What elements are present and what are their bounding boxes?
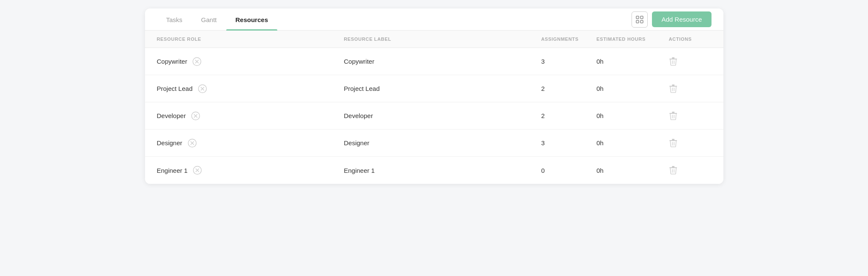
resource-label-cell: Engineer 1	[344, 167, 541, 174]
table-row: Copywriter Copywriter 3 0h	[145, 48, 723, 75]
tab-list: Tasks Gantt Resources	[157, 8, 278, 30]
svg-rect-3	[640, 20, 643, 23]
table-header: RESOURCE ROLE RESOURCE LABEL ASSIGNMENTS…	[145, 31, 723, 48]
svg-rect-22	[672, 112, 674, 113]
remove-role-icon[interactable]	[191, 111, 200, 121]
assignments-cell: 2	[541, 112, 597, 119]
resource-label-cell: Designer	[344, 139, 541, 146]
table-row: Designer Designer 3 0h	[145, 130, 723, 157]
estimated-hours-cell: 0h	[597, 112, 669, 119]
svg-rect-15	[672, 84, 674, 86]
grid-icon	[636, 16, 643, 23]
svg-rect-0	[636, 16, 639, 19]
tab-resources[interactable]: Resources	[226, 8, 278, 30]
remove-role-icon[interactable]	[192, 57, 202, 66]
resource-role-cell: Designer	[157, 138, 344, 148]
grid-view-button[interactable]	[632, 11, 648, 28]
col-header-resource-role: RESOURCE ROLE	[157, 37, 344, 42]
col-header-resource-label: RESOURCE LABEL	[344, 37, 541, 42]
tab-bar-actions: Add Resource	[632, 11, 711, 28]
estimated-hours-cell: 0h	[597, 58, 669, 65]
resource-role-cell: Copywriter	[157, 57, 344, 66]
col-header-estimated-hours: ESTIMATED HOURS	[597, 37, 669, 42]
remove-role-icon[interactable]	[198, 84, 207, 93]
col-header-actions: ACTIONS	[669, 37, 711, 42]
estimated-hours-cell: 0h	[597, 85, 669, 92]
role-name: Engineer 1	[157, 167, 188, 174]
assignments-cell: 0	[541, 167, 597, 174]
estimated-hours-cell: 0h	[597, 139, 669, 146]
resource-label-cell: Project Lead	[344, 85, 541, 92]
role-name: Project Lead	[157, 85, 193, 92]
svg-rect-21	[669, 113, 677, 114]
role-name: Developer	[157, 112, 186, 119]
remove-role-icon[interactable]	[188, 138, 197, 148]
svg-rect-28	[669, 140, 677, 141]
estimated-hours-cell: 0h	[597, 167, 669, 174]
resource-label-cell: Copywriter	[344, 58, 541, 65]
svg-rect-7	[669, 59, 677, 59]
actions-cell	[669, 138, 711, 148]
tab-bar: Tasks Gantt Resources Add Resource	[145, 8, 723, 31]
actions-cell	[669, 111, 711, 121]
delete-row-icon[interactable]	[669, 111, 677, 121]
delete-row-icon[interactable]	[669, 166, 677, 175]
svg-rect-2	[636, 20, 639, 23]
main-container: Tasks Gantt Resources Add Resource RESOU…	[145, 8, 723, 184]
table-row: Engineer 1 Engineer 1 0 0h	[145, 157, 723, 184]
svg-rect-29	[672, 139, 674, 140]
assignments-cell: 2	[541, 85, 597, 92]
table-row: Project Lead Project Lead 2 0h	[145, 75, 723, 102]
add-resource-button[interactable]: Add Resource	[652, 11, 711, 27]
remove-role-icon[interactable]	[193, 166, 202, 175]
actions-cell	[669, 84, 711, 93]
actions-cell	[669, 166, 711, 175]
svg-rect-35	[669, 167, 677, 168]
svg-rect-8	[672, 57, 674, 59]
col-header-assignments: ASSIGNMENTS	[541, 37, 597, 42]
tab-tasks[interactable]: Tasks	[157, 8, 192, 30]
actions-cell	[669, 57, 711, 66]
delete-row-icon[interactable]	[669, 138, 677, 148]
resource-role-cell: Developer	[157, 111, 344, 121]
resource-label-cell: Developer	[344, 112, 541, 119]
table-body: Copywriter Copywriter 3 0h	[145, 48, 723, 184]
resource-role-cell: Project Lead	[157, 84, 344, 93]
delete-row-icon[interactable]	[669, 84, 677, 93]
role-name: Copywriter	[157, 58, 188, 65]
assignments-cell: 3	[541, 58, 597, 65]
tab-gantt[interactable]: Gantt	[192, 8, 226, 30]
resource-role-cell: Engineer 1	[157, 166, 344, 175]
delete-row-icon[interactable]	[669, 57, 677, 66]
svg-rect-1	[640, 16, 643, 19]
role-name: Designer	[157, 139, 182, 146]
table-row: Developer Developer 2 0h	[145, 102, 723, 130]
assignments-cell: 3	[541, 139, 597, 146]
svg-rect-14	[669, 86, 677, 87]
svg-rect-36	[672, 166, 674, 167]
